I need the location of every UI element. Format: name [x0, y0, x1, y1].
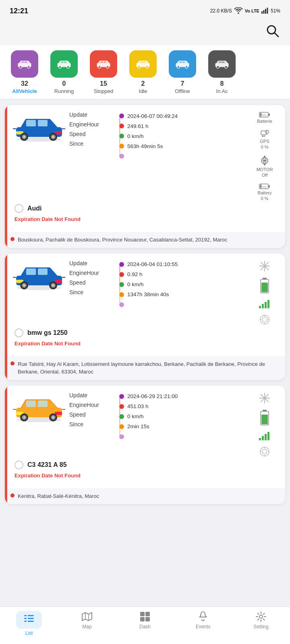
value-row-0: 2024-06-07 00:49:24 [119, 111, 178, 120]
svg-point-89 [260, 265, 261, 266]
address-text: Bouskoura, Pachalik de Bouskoura, Provin… [18, 236, 227, 244]
address-dot [10, 237, 14, 241]
tab-running[interactable]: 0Running [46, 50, 82, 94]
tab-icon-all [11, 50, 38, 78]
field-label-update: Update [69, 260, 114, 266]
signal-item [259, 431, 270, 440]
svg-point-10 [27, 66, 30, 68]
vehicle-card-c3[interactable]: Update EngineHour Speed Since 2024-06-29… [5, 386, 285, 504]
tab-count-inac: 8 [220, 80, 224, 87]
value-text-0: 2024-06-07 00:49:24 [127, 113, 178, 119]
vehicle-card-audi[interactable]: Update EngineHour Speed Since 2024-06-07… [5, 105, 285, 248]
vehicle-card-bmwgs[interactable]: Update EngineHour Speed Since 2024-06-04… [5, 254, 285, 380]
svg-rect-148 [140, 612, 145, 616]
svg-point-99 [262, 317, 267, 322]
status-icons: 22.0 KB/S Vo LTE 51% [210, 7, 280, 15]
field-label-update: Update [69, 392, 114, 398]
svg-rect-22 [140, 62, 142, 63]
search-button[interactable] [265, 23, 280, 40]
field-label-since: Since [69, 421, 114, 427]
svg-rect-66 [260, 185, 261, 188]
svg-rect-38 [26, 120, 36, 126]
nav-list-bg [16, 611, 42, 629]
svg-point-123 [264, 393, 265, 394]
value-text-1: 451.03 h [127, 403, 149, 409]
target-item [259, 446, 270, 457]
value-row-4 [119, 152, 178, 161]
value-text-1: 249.61 h [127, 123, 149, 129]
signal-icon [261, 7, 269, 15]
svg-text:0%: 0% [262, 114, 266, 117]
field-label-enginehour: EngineHour [69, 121, 114, 128]
value-row-4 [119, 432, 178, 441]
tab-stopped[interactable]: 15Stopped [85, 50, 122, 94]
battery-green-item [260, 278, 269, 294]
category-tabs: 32AllVehicle 0Running 15Stopped 2Idle 7O… [0, 45, 290, 99]
timeline-connector [120, 395, 120, 438]
svg-rect-133 [267, 432, 269, 440]
svg-rect-132 [265, 434, 267, 440]
value-row-2: 0 km/h [119, 412, 178, 421]
svg-rect-130 [259, 438, 261, 440]
svg-rect-70 [26, 268, 36, 275]
svg-point-44 [23, 136, 25, 138]
tab-all[interactable]: 32AllVehicle [6, 50, 43, 94]
field-label-speed: Speed [69, 279, 114, 286]
svg-point-86 [263, 265, 266, 267]
svg-rect-0 [261, 11, 263, 14]
svg-rect-142 [24, 621, 34, 622]
svg-point-112 [23, 416, 25, 419]
value-row-1: 0.92 h [119, 270, 178, 279]
vehicle-fields: Update EngineHour Speed Since [69, 111, 114, 161]
svg-rect-1 [263, 10, 264, 14]
vehicle-img-c3 [13, 392, 65, 424]
value-row-4 [119, 300, 178, 309]
svg-rect-32 [219, 62, 221, 63]
battery-icon-item: 0% Battery 0 % [258, 183, 272, 201]
vehicle-radio[interactable] [14, 460, 23, 469]
tab-icon-idle [129, 50, 157, 78]
tab-idle[interactable]: 2Idle [125, 50, 161, 94]
value-text-0: 2024-06-04 01:10:55 [127, 261, 178, 267]
nav-events-label: Events [196, 624, 211, 630]
address-text: Rue Talsint, Hay Al Karam, Lotissement l… [18, 360, 280, 376]
svg-rect-150 [140, 617, 145, 621]
svg-rect-106 [26, 400, 36, 407]
nav-events[interactable]: Events [187, 611, 219, 636]
nav-setting[interactable]: Setting [245, 611, 277, 636]
tab-inac[interactable]: 8In Ac [204, 50, 240, 94]
svg-point-47 [52, 136, 54, 138]
svg-point-90 [269, 265, 270, 266]
value-row-0: 2024-06-29 21:21:00 [119, 392, 178, 401]
svg-point-34 [217, 66, 219, 68]
svg-point-115 [52, 416, 54, 419]
vehicle-fields: Update EngineHour Speed Since [69, 260, 114, 309]
tab-offline[interactable]: 7Offline [164, 50, 201, 94]
tab-label-running: Running [54, 88, 74, 94]
expiry-text: Expiration Date Not Found [13, 473, 279, 479]
battery-green-item [260, 410, 269, 426]
svg-point-126 [269, 397, 270, 398]
nav-list[interactable]: List [13, 611, 45, 636]
svg-rect-131 [262, 436, 264, 440]
value-row-3: 2min 15s [119, 422, 178, 431]
battery-icon: 51% [271, 8, 280, 14]
svg-rect-129 [261, 415, 268, 424]
tab-count-offline: 7 [181, 80, 184, 87]
tab-icon-offline [169, 50, 196, 78]
svg-rect-94 [259, 306, 261, 308]
nav-map[interactable]: Map [71, 611, 103, 636]
gps-icon-item: GPS 0 % [260, 129, 269, 149]
vehicle-radio[interactable] [14, 328, 23, 337]
svg-point-152 [259, 615, 263, 618]
nav-dash[interactable]: Dash [129, 611, 161, 636]
nav-dash-label: Dash [139, 624, 151, 630]
tab-icon-running [50, 50, 78, 78]
svg-rect-8 [25, 62, 27, 63]
vehicle-list: Update EngineHour Speed Since 2024-06-07… [0, 99, 290, 510]
vehicle-radio[interactable] [14, 204, 23, 213]
snowflake-icon-item [259, 392, 271, 404]
nav-list-label: List [25, 630, 33, 636]
vehicle-address: Rue Talsint, Hay Al Karam, Lotissement l… [5, 356, 285, 380]
svg-point-125 [260, 397, 261, 398]
